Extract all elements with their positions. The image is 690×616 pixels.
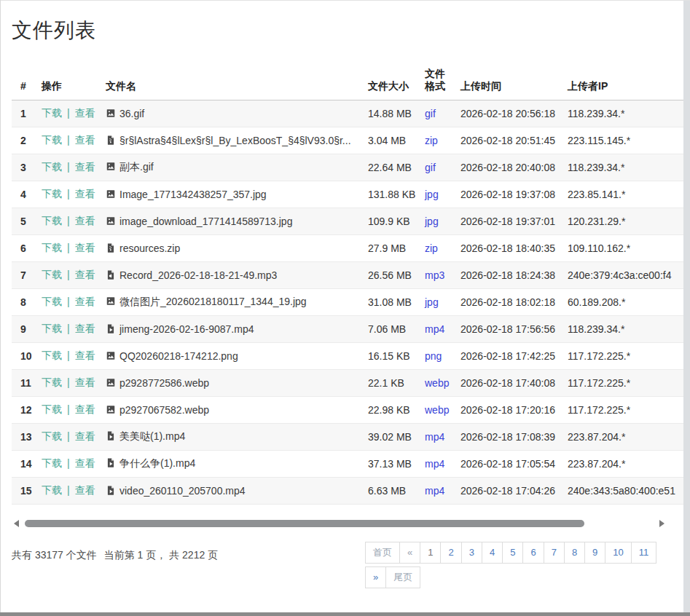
scroll-left-arrow-icon[interactable]: [14, 520, 19, 527]
download-link[interactable]: 下载: [42, 134, 62, 146]
file-image-icon: [106, 216, 116, 226]
upload-time: 2026-02-18 20:56:18: [455, 100, 562, 127]
page-button-11[interactable]: 11: [631, 542, 657, 564]
download-link[interactable]: 下载: [42, 376, 62, 388]
file-name-cell: 美美哒(1).mp4: [100, 424, 362, 451]
file-image-icon: [106, 377, 116, 388]
view-link[interactable]: 查看: [75, 188, 95, 200]
horizontal-scrollbar-thumb[interactable]: [25, 520, 584, 527]
view-link[interactable]: 查看: [75, 430, 95, 442]
file-video-icon: [106, 485, 116, 496]
download-link[interactable]: 下载: [42, 269, 62, 280]
view-link[interactable]: 查看: [75, 350, 95, 361]
download-link[interactable]: 下载: [42, 296, 62, 307]
page-button-5[interactable]: 5: [502, 542, 523, 564]
page-button-10[interactable]: 10: [605, 542, 631, 564]
format-link[interactable]: webp: [425, 404, 449, 416]
view-link[interactable]: 查看: [75, 242, 95, 253]
file-name: resources.zip: [119, 242, 180, 254]
download-link[interactable]: 下载: [42, 188, 62, 200]
download-link[interactable]: 下载: [42, 350, 62, 361]
upload-time: 2026-02-18 17:20:16: [455, 397, 562, 424]
table-row: 12 下载|查看 p2927067582.webp 22.98 KB webp …: [12, 397, 683, 424]
upload-time: 2026-02-18 20:51:45: [455, 127, 562, 154]
file-name-cell: QQ20260218-174212.png: [100, 343, 362, 370]
file-format-cell: gif: [419, 100, 455, 127]
format-link[interactable]: mp4: [425, 431, 444, 443]
download-link[interactable]: 下载: [42, 242, 62, 253]
horizontal-scrollbar[interactable]: [12, 518, 672, 529]
uploader-ip: 240e:343:5a80:400:e51: [562, 478, 683, 505]
file-table: # 操作 文件名 文件大小 文件格式 上传时间 上传者IP 1 下载|查看 36…: [12, 63, 683, 505]
download-link[interactable]: 下载: [42, 323, 62, 334]
page-button-»[interactable]: »: [365, 566, 386, 588]
uploader-ip: 118.239.34.*: [562, 100, 683, 127]
view-link[interactable]: 查看: [75, 376, 95, 388]
page-button-3[interactable]: 3: [461, 542, 482, 564]
format-link[interactable]: zip: [425, 135, 438, 146]
download-link[interactable]: 下载: [42, 403, 62, 415]
page-button-7[interactable]: 7: [544, 542, 565, 564]
file-image-icon: [106, 350, 116, 361]
row-index: 10: [12, 343, 36, 370]
page-button-9[interactable]: 9: [584, 542, 605, 564]
view-link[interactable]: 查看: [75, 484, 95, 496]
page-button-6[interactable]: 6: [522, 542, 544, 564]
row-operations: 下载|查看: [36, 235, 100, 262]
ops-separator: |: [67, 403, 70, 415]
page-button-8[interactable]: 8: [564, 542, 585, 564]
file-size: 6.63 MB: [362, 478, 419, 505]
view-link[interactable]: 查看: [75, 403, 95, 415]
file-name: 争什么争(1).mp4: [119, 457, 195, 469]
download-link[interactable]: 下载: [42, 161, 62, 173]
view-link[interactable]: 查看: [75, 457, 95, 469]
view-link[interactable]: 查看: [75, 107, 95, 119]
scroll-right-arrow-icon[interactable]: [659, 520, 664, 527]
download-link[interactable]: 下载: [42, 107, 62, 119]
row-operations: 下载|查看: [36, 154, 100, 181]
view-link[interactable]: 查看: [75, 269, 95, 280]
format-link[interactable]: mp4: [425, 485, 444, 497]
format-link[interactable]: jpg: [425, 189, 439, 200]
table-row: 3 下载|查看 副本.gif 22.64 MB gif 2026-02-18 2…: [12, 154, 683, 181]
format-link[interactable]: gif: [425, 162, 436, 173]
format-link[interactable]: mp4: [425, 323, 444, 335]
row-index: 5: [12, 208, 36, 235]
file-format-cell: jpg: [419, 208, 455, 235]
view-link[interactable]: 查看: [75, 296, 95, 307]
vertical-scrollbar[interactable]: [683, 1, 690, 612]
table-row: 15 下载|查看 video_260110_205700.mp4 6.63 MB…: [12, 478, 683, 505]
format-link[interactable]: mp4: [425, 458, 444, 470]
download-link[interactable]: 下载: [42, 484, 62, 496]
format-link[interactable]: webp: [425, 377, 449, 389]
file-size: 37.13 MB: [362, 451, 419, 478]
file-format-cell: mp4: [419, 316, 455, 343]
page-button-2[interactable]: 2: [440, 542, 461, 564]
page-content: 文件列表 # 操作 文件名 文件大小 文件格式 上传时间 上传者IP 1: [1, 1, 683, 612]
ops-separator: |: [67, 242, 70, 253]
file-size: 14.88 MB: [362, 100, 419, 127]
format-link[interactable]: jpg: [425, 216, 439, 227]
format-link[interactable]: gif: [425, 108, 436, 119]
file-name-cell: 争什么争(1).mp4: [100, 451, 362, 478]
view-link[interactable]: 查看: [75, 134, 95, 146]
page-button-4[interactable]: 4: [482, 542, 503, 564]
file-name-cell: 36.gif: [100, 100, 362, 127]
format-link[interactable]: mp3: [425, 269, 444, 281]
format-link[interactable]: png: [425, 350, 442, 362]
view-link[interactable]: 查看: [75, 323, 95, 334]
file-format-cell: gif: [419, 154, 455, 181]
download-link[interactable]: 下载: [42, 430, 62, 442]
view-link[interactable]: 查看: [75, 215, 95, 226]
row-operations: 下载|查看: [36, 397, 100, 424]
download-link[interactable]: 下载: [42, 215, 62, 226]
file-name-cell: resources.zip: [100, 235, 362, 262]
file-name: image_download_1771414589713.jpg: [119, 216, 292, 227]
row-index: 9: [12, 316, 36, 343]
view-link[interactable]: 查看: [75, 161, 95, 173]
uploader-ip: 223.115.145.*: [562, 127, 683, 154]
page-button-尾页: 尾页: [385, 566, 420, 588]
format-link[interactable]: jpg: [425, 296, 439, 308]
format-link[interactable]: zip: [425, 242, 438, 254]
download-link[interactable]: 下载: [42, 457, 62, 469]
